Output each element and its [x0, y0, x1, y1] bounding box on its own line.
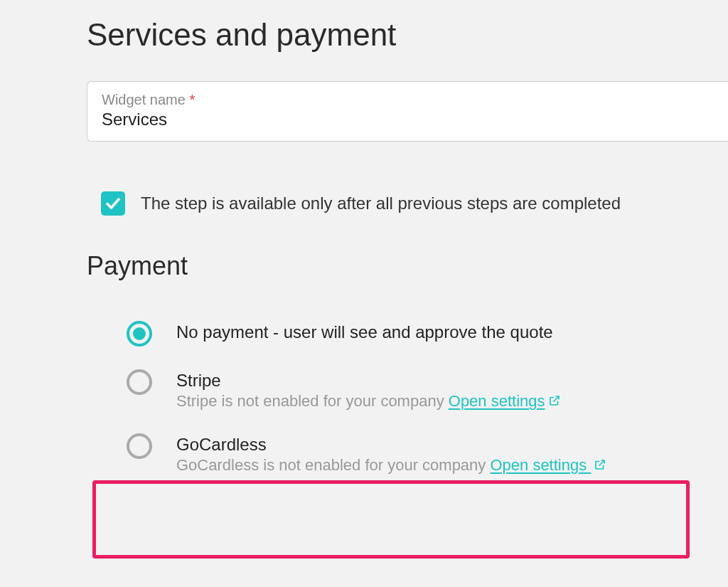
radio-label: Stripe	[176, 371, 561, 391]
widget-name-label: Widget name *	[102, 92, 714, 108]
radio-selected-icon	[133, 327, 146, 340]
radio-description: GoCardless is not enabled for your compa…	[176, 456, 606, 475]
radio-button[interactable]	[127, 321, 152, 347]
check-icon	[105, 195, 122, 212]
step-availability-label: The step is available only after all pre…	[141, 194, 621, 213]
widget-name-field[interactable]: Widget name *	[87, 81, 728, 142]
open-settings-link[interactable]: Open settings	[449, 392, 561, 410]
open-settings-link[interactable]: Open settings	[490, 456, 606, 474]
step-availability-checkbox[interactable]	[101, 191, 125, 216]
payment-option-stripe[interactable]: Stripe Stripe is not enabled for your co…	[121, 358, 728, 422]
payment-option-no-payment[interactable]: No payment - user will see and approve t…	[121, 310, 728, 358]
radio-label: GoCardless	[176, 435, 606, 455]
external-link-icon	[548, 394, 561, 407]
external-link-icon	[594, 458, 606, 471]
radio-button[interactable]	[127, 369, 152, 395]
page-title: Services and payment	[87, 17, 728, 53]
required-indicator: *	[189, 92, 195, 107]
payment-options: No payment - user will see and approve t…	[121, 310, 728, 486]
payment-option-gocardless[interactable]: GoCardless GoCardless is not enabled for…	[121, 422, 728, 486]
payment-section-title: Payment	[87, 251, 728, 281]
highlight-annotation	[92, 480, 690, 559]
widget-name-input[interactable]	[102, 110, 714, 129]
radio-label: No payment - user will see and approve t…	[176, 322, 553, 342]
radio-button[interactable]	[127, 433, 152, 459]
radio-description: Stripe is not enabled for your company O…	[176, 392, 561, 411]
